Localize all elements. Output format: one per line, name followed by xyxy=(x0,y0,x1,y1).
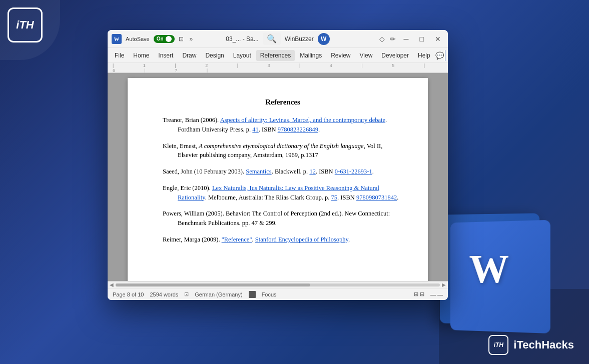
title-bar-right: ◇ ✏ ─ □ ✕ xyxy=(361,34,444,44)
status-bar: Page 8 of 10 2594 words ⊡ German (German… xyxy=(108,288,448,300)
ref2-italic-title: A comprehensive etymological dictionary … xyxy=(199,142,363,150)
file-name: 03_... - Sa... xyxy=(226,36,258,42)
track-changes-icon: ⊡ xyxy=(184,291,189,298)
close-button[interactable]: ✕ xyxy=(432,34,444,44)
menu-review[interactable]: Review xyxy=(327,50,354,61)
ref6-link-encyclopedia[interactable]: Stanford Encyclopedia of Philosophy xyxy=(255,236,348,243)
ref5-text: Powers, William (2005). Behavior: The Co… xyxy=(163,210,390,226)
menu-references[interactable]: References xyxy=(256,50,295,61)
ref6-link-title[interactable]: "Reference" xyxy=(222,236,252,243)
brand-logo-small: iTH xyxy=(488,335,508,355)
document-area[interactable]: References Treanor, Brian (2006). Aspect… xyxy=(108,73,448,281)
reference-item-3: Saeed, John (10 February 2003). Semantic… xyxy=(163,167,403,176)
brand-name: iTechHacks xyxy=(513,338,574,352)
language: German (Germany) xyxy=(195,292,242,298)
scroll-thumb xyxy=(116,284,310,286)
minimize-button[interactable]: ─ xyxy=(401,34,412,44)
menu-view[interactable]: View xyxy=(356,50,377,61)
ref3-isbn-label: . ISBN xyxy=(316,168,335,175)
ref4-link-page[interactable]: 75 xyxy=(331,194,338,201)
page-info: Page 8 of 10 xyxy=(113,292,144,298)
brand-bottom-right: iTH iTechHacks xyxy=(488,335,574,355)
reference-item-1: Treanor, Brian (2006). Aspects of alteri… xyxy=(163,116,403,134)
reference-item-4: Engle, Eric (2010). Lex Naturalis, Ius N… xyxy=(163,184,403,202)
reference-item-5: Powers, William (2005). Behavior: The Co… xyxy=(163,209,403,228)
user-avatar[interactable]: W xyxy=(318,33,330,45)
maximize-button[interactable]: □ xyxy=(417,34,427,44)
autosave-state: On xyxy=(157,36,164,42)
ref4-publisher: . Melbourne, Australia: The Rlias Clark … xyxy=(205,194,331,201)
menu-help[interactable]: Help xyxy=(414,50,434,61)
ref3-period: . xyxy=(372,168,374,175)
account-name: WinBuzzer xyxy=(285,36,314,42)
menu-mailings[interactable]: Mailings xyxy=(296,50,326,61)
focus-label[interactable]: Focus xyxy=(262,292,277,298)
ref3-publisher: . Blackwell. p. xyxy=(272,168,310,175)
view-icons: ⊞ ⊟ xyxy=(414,291,424,298)
title-center: 03_... - Sa... 🔍 WinBuzzer W xyxy=(195,32,361,45)
ref6-author: Reimer, Marga (2009). xyxy=(163,236,222,243)
ref3-link-page[interactable]: 12 xyxy=(309,168,316,175)
reference-item-2: Klein, Ernest, A comprehensive etymologi… xyxy=(163,142,403,160)
scroll-right-btn[interactable]: ▶ xyxy=(442,282,446,288)
ref1-link-page[interactable]: 41 xyxy=(252,126,259,133)
title-bar-left: W AutoSave On ⊡ » xyxy=(112,34,195,44)
menu-bar: File Home Insert Draw Design Layout Refe… xyxy=(108,48,448,63)
document-page: References Treanor, Brian (2006). Aspect… xyxy=(128,78,428,281)
ref3-author: Saeed, John (10 February 2003). xyxy=(163,168,246,175)
pen-icon: ✏ xyxy=(390,35,396,43)
scroll-track xyxy=(116,284,440,286)
ref3-link-isbn[interactable]: 0-631-22693-1 xyxy=(335,168,372,175)
word-window: W AutoSave On ⊡ » 03_... - Sa... 🔍 WinBu… xyxy=(108,30,448,300)
autosave-label: AutoSave xyxy=(126,36,150,42)
diamond-icon: ◇ xyxy=(379,35,385,43)
ref1-link-isbn[interactable]: 9780823226849 xyxy=(278,126,318,133)
toggle-circle xyxy=(166,36,172,42)
menu-insert[interactable]: Insert xyxy=(154,50,177,61)
menu-layout[interactable]: Layout xyxy=(229,50,255,61)
ref4-link-isbn[interactable]: 9780980731842 xyxy=(356,194,397,201)
menu-design[interactable]: Design xyxy=(201,50,228,61)
word-app-icon: W xyxy=(112,34,122,44)
word-count: 2594 words xyxy=(150,292,178,298)
search-icon: 🔍 xyxy=(267,34,277,44)
ref1-isbn-label: . ISBN xyxy=(259,126,278,133)
autosave-toggle[interactable]: On xyxy=(154,35,175,43)
ref3-link-title[interactable]: Semantics xyxy=(246,168,271,175)
ref6-period: . xyxy=(348,236,350,243)
menu-draw[interactable]: Draw xyxy=(178,50,200,61)
toolbar-icon-save[interactable]: ⊡ xyxy=(179,36,184,42)
ref1-link-title[interactable]: Aspects of alterity: Levinas, Marcel, an… xyxy=(220,116,385,124)
scroll-left-btn[interactable]: ◀ xyxy=(110,282,114,288)
ruler-marks: | 1 | 2 | 3 | 4 | 5 | 6 | 7 | xyxy=(113,63,443,73)
comments-icon[interactable]: 💬 xyxy=(435,52,444,60)
search-box[interactable]: 🔍 xyxy=(263,32,281,45)
logo-top-left: iTH xyxy=(8,8,43,42)
quick-access-more[interactable]: » xyxy=(190,36,193,42)
ref1-author: Treanor, Brian (2006). xyxy=(163,116,220,124)
logo-text: iTH xyxy=(16,20,34,30)
reference-list: Treanor, Brian (2006). Aspects of alteri… xyxy=(163,116,403,244)
references-heading: References xyxy=(163,98,403,106)
ref4-isbn-label: . ISBN xyxy=(337,194,356,201)
horizontal-scrollbar[interactable]: ◀ ▶ xyxy=(108,281,448,288)
brand-logo-text: iTH xyxy=(494,342,503,348)
ref4-author: Engle, Eric (2010). xyxy=(163,184,212,192)
ref4-period: . xyxy=(397,194,398,201)
ref1-period: . xyxy=(318,126,320,133)
title-bar: W AutoSave On ⊡ » 03_... - Sa... 🔍 WinBu… xyxy=(108,30,448,48)
menu-file[interactable]: File xyxy=(111,50,128,61)
ref2-author: Klein, Ernest, xyxy=(163,142,199,150)
word-icon-large: W xyxy=(440,213,539,324)
menu-home[interactable]: Home xyxy=(129,50,153,61)
reference-item-6: Reimer, Marga (2009). "Reference". Stanf… xyxy=(163,235,403,244)
ruler: | 1 | 2 | 3 | 4 | 5 | 6 | 7 | xyxy=(108,63,448,73)
word-w-letter: W xyxy=(469,246,509,292)
menu-developer[interactable]: Developer xyxy=(377,50,413,61)
zoom-level: — — xyxy=(430,292,443,298)
macro-indicator xyxy=(249,291,256,298)
